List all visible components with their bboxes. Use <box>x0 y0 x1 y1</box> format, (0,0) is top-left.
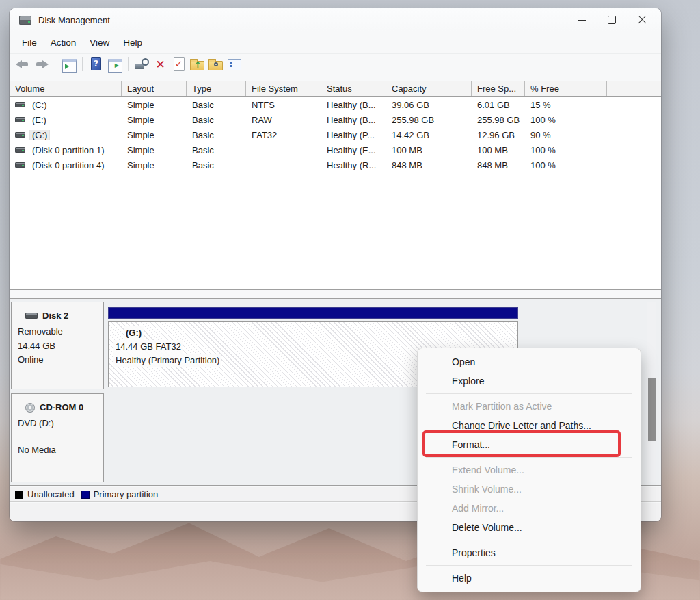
context-menu-item[interactable]: Format... <box>418 435 641 454</box>
legend-item: Unallocated <box>15 489 75 499</box>
cd-icon <box>25 403 35 413</box>
cell-freespace: 100 MB <box>472 145 525 155</box>
cell-capacity: 255.98 GB <box>386 115 472 125</box>
action-pane-icon[interactable]: ▶ <box>105 55 124 73</box>
properties-list-icon[interactable] <box>225 55 243 73</box>
disk-icon <box>25 313 38 319</box>
cell-type: Basic <box>187 100 246 110</box>
menubar-item[interactable]: Action <box>44 36 83 50</box>
context-menu-item: Add Mirror... <box>418 499 641 518</box>
menubar-item[interactable]: View <box>83 36 116 50</box>
cell-volume: (Disk 0 partition 1) <box>10 145 122 155</box>
context-menu-item: Extend Volume... <box>418 460 641 480</box>
toolbar-separator <box>55 57 55 71</box>
column-header-status[interactable]: Status <box>321 81 386 96</box>
delete-volume-icon[interactable]: ✕ <box>151 55 170 73</box>
volume-row[interactable]: (Disk 0 partition 4) Simple Basic Health… <box>10 157 661 172</box>
cell-capacity: 100 MB <box>386 145 472 155</box>
cdrom-title: CD-ROM 0 <box>12 394 103 413</box>
context-menu-item[interactable]: Properties <box>418 543 641 562</box>
cell-filesystem: NTFS <box>246 100 321 110</box>
legend-item: Primary partition <box>81 489 159 499</box>
cell-status: Healthy (E... <box>321 145 386 155</box>
cell-freespace: 255.98 GB <box>472 115 525 125</box>
vertical-scrollbar[interactable] <box>647 302 656 482</box>
scrollbar-thumb[interactable] <box>648 378 656 441</box>
minimize-button[interactable] <box>567 8 597 31</box>
drive-icon <box>15 102 25 107</box>
rescan-disks-icon[interactable] <box>133 55 151 73</box>
context-menu-item <box>418 562 641 569</box>
cell-layout: Simple <box>122 100 187 110</box>
cell-type: Basic <box>187 145 246 155</box>
context-menu-item[interactable]: Open <box>418 352 641 371</box>
cell-type: Basic <box>187 160 246 170</box>
cell-volume: (Disk 0 partition 4) <box>10 160 122 170</box>
cell-percentfree: 90 % <box>525 130 607 140</box>
column-header-type[interactable]: Type <box>187 81 246 96</box>
context-menu-item[interactable]: Change Drive Letter and Paths... <box>418 416 641 435</box>
column-header-percentfree[interactable]: % Free <box>525 81 607 96</box>
disk-management-app-icon <box>19 16 31 25</box>
cell-percentfree: 100 % <box>525 160 607 170</box>
column-header-layout[interactable]: Layout <box>122 81 187 96</box>
column-header-freespace[interactable]: Free Sp... <box>472 81 525 96</box>
search-folder-icon[interactable] <box>206 55 225 73</box>
cell-filesystem: RAW <box>246 115 321 125</box>
volume-row[interactable]: (G:) Simple Basic FAT32 Healthy (P... 14… <box>10 127 661 142</box>
titlebar[interactable]: Disk Management <box>10 8 661 31</box>
cell-freespace: 848 MB <box>472 160 525 170</box>
cell-freespace: 12.96 GB <box>472 130 525 140</box>
cell-status: Healthy (B... <box>321 115 386 125</box>
legend-swatch <box>15 491 23 499</box>
volume-row[interactable]: (E:) Simple Basic RAW Healthy (B... 255.… <box>10 112 661 127</box>
volume-row[interactable]: (C:) Simple Basic NTFS Healthy (B... 39.… <box>10 97 661 112</box>
context-menu-item[interactable]: Explore <box>418 371 641 391</box>
context-menu-item <box>418 454 641 460</box>
drive-icon <box>15 162 25 168</box>
legend-label: Unallocated <box>27 489 75 499</box>
cdrom-status: No Media <box>18 443 103 458</box>
menu-bar: File Action View Help <box>10 33 661 52</box>
column-header-capacity[interactable]: Capacity <box>386 81 472 96</box>
cell-status: Healthy (R... <box>321 160 386 170</box>
legend-label: Primary partition <box>94 489 159 499</box>
cell-layout: Simple <box>122 145 187 155</box>
menubar-item[interactable]: File <box>15 36 44 50</box>
spacer <box>18 431 103 443</box>
volume-list-pane: Volume Layout Type File System Status Ca… <box>10 81 661 290</box>
partition-label: (G:) <box>109 322 517 340</box>
help-icon[interactable]: ? <box>87 55 105 73</box>
column-header-volume[interactable]: Volume <box>10 81 122 96</box>
back-icon[interactable] <box>14 55 32 73</box>
window-title: Disk Management <box>38 15 110 25</box>
context-menu-item <box>418 391 641 397</box>
cell-percentfree: 100 % <box>525 145 607 155</box>
menubar-item[interactable]: Help <box>116 36 149 50</box>
context-menu-item[interactable]: Delete Volume... <box>418 518 641 537</box>
maximize-button[interactable] <box>597 8 627 31</box>
cell-freespace: 6.01 GB <box>472 100 525 110</box>
disk2-panel[interactable]: Disk 2 Removable 14.44 GB Online <box>11 302 104 389</box>
toolbar-separator <box>128 57 129 71</box>
cell-layout: Simple <box>122 115 187 125</box>
close-button[interactable] <box>627 8 657 31</box>
cell-status: Healthy (P... <box>321 130 386 140</box>
column-header-filesystem[interactable]: File System <box>246 81 321 96</box>
context-menu-item: Shrink Volume... <box>418 480 641 499</box>
volume-row[interactable]: (Disk 0 partition 1) Simple Basic Health… <box>10 142 661 157</box>
context-menu-item[interactable]: Help <box>418 569 641 588</box>
forward-icon[interactable] <box>32 55 51 73</box>
disk2-title: Disk 2 <box>12 302 103 321</box>
mark-active-icon[interactable]: ✓ <box>170 55 188 73</box>
cell-filesystem: FAT32 <box>246 130 321 140</box>
cell-volume: (C:) <box>10 100 122 110</box>
console-tree-icon[interactable] <box>59 55 78 73</box>
cdrom-details: DVD (D:) No Media <box>12 413 103 457</box>
disk2-status: Online <box>18 353 103 367</box>
import-folder-icon[interactable]: ↑ <box>188 55 206 73</box>
cell-percentfree: 100 % <box>525 115 607 125</box>
volume-table-header: Volume Layout Type File System Status Ca… <box>10 81 661 97</box>
cell-status: Healthy (B... <box>321 100 386 110</box>
cdrom-panel[interactable]: CD-ROM 0 DVD (D:) No Media <box>11 393 104 482</box>
